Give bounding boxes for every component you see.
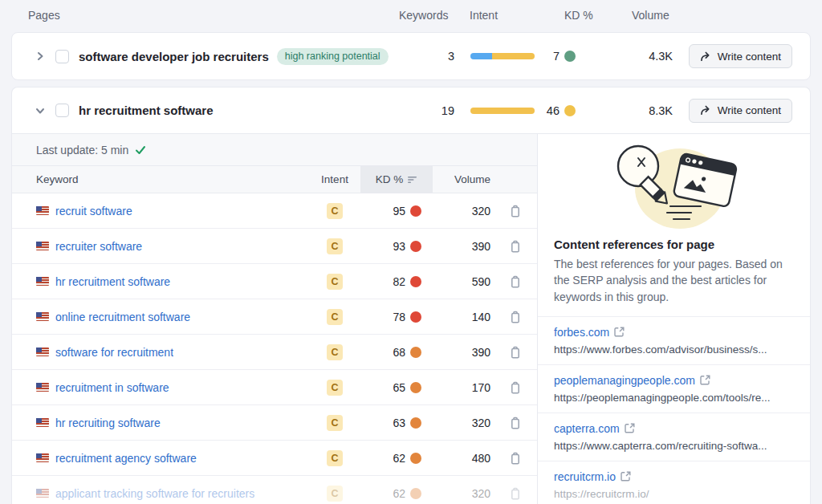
reference-domain-link[interactable]: forbes.com <box>554 326 625 339</box>
write-content-button[interactable]: Write content <box>689 44 792 68</box>
keyword-table-row: software for recruitment C 68 390 <box>12 335 537 370</box>
kd-dot <box>410 347 421 358</box>
trash-icon <box>510 275 521 288</box>
kd-cell: 82 <box>360 275 433 288</box>
keyword-link[interactable]: software for recruitment <box>55 346 173 359</box>
write-content-button[interactable]: Write content <box>689 99 792 123</box>
kd-dot <box>410 241 421 252</box>
intent-cell: C <box>309 274 360 290</box>
check-icon <box>135 145 146 155</box>
keywords-column-label: Keywords <box>399 9 448 22</box>
sort-descending-icon <box>408 176 417 184</box>
kd-cell: 62 <box>360 452 433 465</box>
delete-keyword-button[interactable] <box>508 415 523 431</box>
content-idea-illustration <box>538 134 810 234</box>
kd-dot <box>564 105 576 116</box>
volume-header-cell: Volume <box>433 166 494 193</box>
volume-value: 8.3K <box>611 104 673 117</box>
keyword-link[interactable]: hr recruiting software <box>55 417 161 429</box>
kd-cell: 78 <box>360 311 433 323</box>
kd-header-cell[interactable]: KD % <box>360 166 433 193</box>
kd-dot <box>410 417 421 429</box>
volume-cell: 320 <box>433 487 494 500</box>
delete-cell <box>494 486 537 502</box>
keyword-link[interactable]: applicant tracking software for recruite… <box>55 487 254 500</box>
intent-header-cell: Intent <box>309 166 360 193</box>
page-title: software developer job recruiters <box>79 50 269 63</box>
delete-keyword-button[interactable] <box>508 450 523 466</box>
delete-keyword-button[interactable] <box>508 203 523 219</box>
us-flag-icon <box>36 206 49 215</box>
intent-cell: C <box>309 238 360 254</box>
intent-commercial-badge: C <box>327 344 343 360</box>
volume-value: 4.3K <box>611 50 673 63</box>
kd-cell: 65 <box>360 381 433 394</box>
reference-domain-link[interactable]: recruitcrm.io <box>554 470 631 483</box>
volume-column-label: Volume <box>632 9 669 22</box>
intent-cell: C <box>309 309 360 325</box>
keyword-table-row: applicant tracking software for recruite… <box>12 476 537 504</box>
chevron-down-icon[interactable] <box>30 106 51 116</box>
external-link-icon <box>621 471 631 482</box>
keyword-link[interactable]: recruit software <box>55 205 132 217</box>
kd-column-label: KD % <box>564 9 593 22</box>
kd-cell: 93 <box>360 240 433 253</box>
delete-keyword-button[interactable] <box>508 238 523 254</box>
keyword-link[interactable]: recruitment agency software <box>55 452 197 465</box>
keyword-table-row: recruitment in software C 65 170 <box>12 370 537 405</box>
keyword-link[interactable]: online recruitment software <box>55 311 190 323</box>
keyword-link[interactable]: hr recruitment software <box>55 275 170 288</box>
volume-cell: 140 <box>433 311 494 323</box>
delete-cell <box>494 380 537 396</box>
reference-domain-link[interactable]: peoplemanagingpeople.com <box>554 374 710 387</box>
volume-cell: 390 <box>433 240 494 253</box>
references-description: The best references for your pages. Base… <box>554 256 794 305</box>
ranking-potential-badge: high ranking potential <box>277 48 389 65</box>
trash-icon <box>510 452 521 465</box>
redo-arrow-icon <box>700 105 712 116</box>
page-checkbox[interactable] <box>55 50 69 63</box>
keyword-cell: hr recruitment software <box>12 275 309 288</box>
kd-dot <box>410 276 421 287</box>
page-checkbox[interactable] <box>55 104 69 117</box>
kd-cell: 95 <box>360 205 433 217</box>
keyword-link[interactable]: recruiter software <box>55 240 142 253</box>
intent-commercial-badge: C <box>327 415 343 431</box>
intent-bar <box>470 53 535 59</box>
delete-keyword-button[interactable] <box>508 309 523 325</box>
reference-item: forbes.com https://www.forbes.com/adviso… <box>538 316 810 364</box>
external-link-icon <box>625 423 635 433</box>
intent-commercial-badge: C <box>327 274 343 290</box>
kd-dot <box>410 453 421 464</box>
intent-cell: C <box>309 450 360 466</box>
page-row: hr recruitment software 19 46 8.3K Write… <box>12 87 810 134</box>
kd-dot <box>410 488 421 499</box>
delete-cell <box>494 309 537 325</box>
keyword-cell: software for recruitment <box>12 346 309 359</box>
delete-keyword-button[interactable] <box>508 486 523 502</box>
keyword-table-row: recruitment agency software C 62 480 <box>12 441 537 476</box>
reference-domain-link[interactable]: capterra.com <box>554 422 635 435</box>
delete-keyword-button[interactable] <box>508 344 523 360</box>
kd-dot <box>564 51 576 62</box>
us-flag-icon <box>36 383 49 392</box>
reference-item: capterra.com https://www.capterra.com/re… <box>538 413 810 461</box>
kd-dot <box>410 311 421 323</box>
chevron-right-icon[interactable] <box>30 51 51 61</box>
intent-commercial-badge: C <box>327 309 343 325</box>
keyword-table-row: hr recruiting software C 63 320 <box>12 405 537 441</box>
delete-keyword-button[interactable] <box>508 274 523 290</box>
delete-cell <box>494 344 537 360</box>
kd-value: 46 <box>531 104 576 117</box>
keyword-link[interactable]: recruitment in software <box>55 381 169 394</box>
reference-url: https://peoplemanagingpeople.com/tools/r… <box>554 392 794 404</box>
delete-keyword-button[interactable] <box>508 380 523 396</box>
volume-cell: 320 <box>433 205 494 217</box>
columns-header: Pages Keywords Intent KD % Volume <box>0 0 822 32</box>
trash-icon <box>510 205 521 217</box>
volume-cell: 390 <box>433 346 494 359</box>
intent-commercial-badge: C <box>327 203 343 219</box>
kd-dot <box>410 205 421 217</box>
volume-cell: 480 <box>433 452 494 465</box>
intent-commercial-badge: C <box>327 486 343 502</box>
